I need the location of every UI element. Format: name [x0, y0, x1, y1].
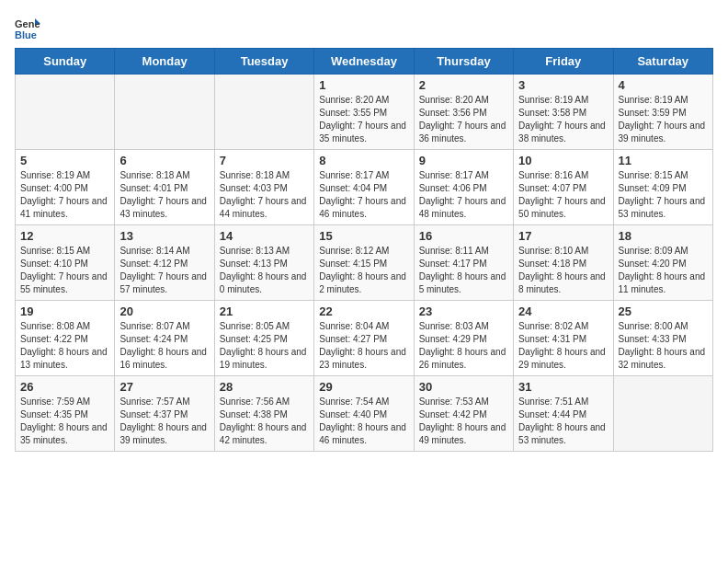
- cell-content: Sunrise: 8:16 AM Sunset: 4:07 PM Dayligh…: [518, 169, 608, 221]
- calendar-cell: [613, 376, 712, 452]
- cell-content: Sunrise: 8:11 AM Sunset: 4:17 PM Dayligh…: [419, 245, 508, 296]
- day-number: 19: [20, 304, 109, 318]
- logo-icon: General Blue: [15, 15, 40, 40]
- cell-content: Sunrise: 8:05 AM Sunset: 4:25 PM Dayligh…: [220, 320, 309, 372]
- cell-content: Sunrise: 8:02 AM Sunset: 4:31 PM Dayligh…: [518, 320, 608, 372]
- calendar-cell: 22Sunrise: 8:04 AM Sunset: 4:27 PM Dayli…: [314, 301, 414, 376]
- cell-content: Sunrise: 7:53 AM Sunset: 4:42 PM Dayligh…: [419, 396, 508, 447]
- calendar-cell: 19Sunrise: 8:08 AM Sunset: 4:22 PM Dayli…: [16, 301, 115, 376]
- cell-content: Sunrise: 7:57 AM Sunset: 4:37 PM Dayligh…: [119, 396, 209, 447]
- day-number: 12: [20, 229, 109, 243]
- cell-content: Sunrise: 8:13 AM Sunset: 4:13 PM Dayligh…: [220, 245, 309, 296]
- day-number: 31: [518, 380, 608, 394]
- day-number: 29: [319, 380, 408, 394]
- day-number: 6: [119, 154, 209, 167]
- cell-content: Sunrise: 8:08 AM Sunset: 4:22 PM Dayligh…: [20, 320, 109, 372]
- day-number: 20: [119, 304, 209, 318]
- weekday-header-monday: Monday: [115, 49, 214, 75]
- calendar-cell: 30Sunrise: 7:53 AM Sunset: 4:42 PM Dayli…: [414, 376, 513, 452]
- day-number: 8: [319, 154, 408, 167]
- header: General Blue: [15, 15, 713, 40]
- day-number: 22: [319, 304, 408, 318]
- day-number: 16: [419, 229, 508, 243]
- calendar-cell: 11Sunrise: 8:15 AM Sunset: 4:09 PM Dayli…: [613, 150, 712, 225]
- cell-content: Sunrise: 8:00 AM Sunset: 4:33 PM Dayligh…: [619, 320, 708, 372]
- day-number: 7: [220, 154, 309, 167]
- calendar-cell: [214, 75, 313, 150]
- day-number: 4: [619, 78, 708, 92]
- cell-content: Sunrise: 8:12 AM Sunset: 4:15 PM Dayligh…: [319, 245, 408, 296]
- cell-content: Sunrise: 7:56 AM Sunset: 4:38 PM Dayligh…: [220, 396, 309, 447]
- weekday-header-sunday: Sunday: [16, 49, 115, 75]
- cell-content: Sunrise: 8:19 AM Sunset: 4:00 PM Dayligh…: [20, 169, 109, 221]
- day-number: 25: [619, 304, 708, 318]
- weekday-header-tuesday: Tuesday: [214, 49, 313, 75]
- calendar-cell: 12Sunrise: 8:15 AM Sunset: 4:10 PM Dayli…: [16, 225, 115, 301]
- calendar-cell: [115, 75, 214, 150]
- day-number: 30: [419, 380, 508, 394]
- cell-content: Sunrise: 8:20 AM Sunset: 3:56 PM Dayligh…: [419, 94, 508, 145]
- cell-content: Sunrise: 8:03 AM Sunset: 4:29 PM Dayligh…: [419, 320, 508, 372]
- cell-content: Sunrise: 8:17 AM Sunset: 4:06 PM Dayligh…: [419, 169, 508, 221]
- cell-content: Sunrise: 8:15 AM Sunset: 4:10 PM Dayligh…: [20, 245, 109, 296]
- logo: General Blue: [15, 15, 40, 40]
- day-number: 3: [518, 78, 608, 92]
- day-number: 13: [119, 229, 209, 243]
- cell-content: Sunrise: 8:04 AM Sunset: 4:27 PM Dayligh…: [319, 320, 408, 372]
- calendar-cell: 9Sunrise: 8:17 AM Sunset: 4:06 PM Daylig…: [414, 150, 513, 225]
- calendar-cell: 29Sunrise: 7:54 AM Sunset: 4:40 PM Dayli…: [314, 376, 414, 452]
- calendar-cell: 15Sunrise: 8:12 AM Sunset: 4:15 PM Dayli…: [314, 225, 414, 301]
- day-number: 14: [220, 229, 309, 243]
- cell-content: Sunrise: 8:20 AM Sunset: 3:55 PM Dayligh…: [319, 94, 408, 145]
- calendar-cell: 14Sunrise: 8:13 AM Sunset: 4:13 PM Dayli…: [214, 225, 313, 301]
- calendar-cell: 16Sunrise: 8:11 AM Sunset: 4:17 PM Dayli…: [414, 225, 513, 301]
- day-number: 27: [119, 380, 209, 394]
- calendar-cell: 26Sunrise: 7:59 AM Sunset: 4:35 PM Dayli…: [16, 376, 115, 452]
- cell-content: Sunrise: 7:54 AM Sunset: 4:40 PM Dayligh…: [319, 396, 408, 447]
- calendar-cell: 24Sunrise: 8:02 AM Sunset: 4:31 PM Dayli…: [514, 301, 613, 376]
- weekday-header-saturday: Saturday: [613, 49, 712, 75]
- calendar-cell: 1Sunrise: 8:20 AM Sunset: 3:55 PM Daylig…: [314, 75, 414, 150]
- cell-content: Sunrise: 8:14 AM Sunset: 4:12 PM Dayligh…: [119, 245, 209, 296]
- day-number: 18: [619, 229, 708, 243]
- day-number: 5: [20, 154, 109, 167]
- day-number: 9: [419, 154, 508, 167]
- cell-content: Sunrise: 8:17 AM Sunset: 4:04 PM Dayligh…: [319, 169, 408, 221]
- cell-content: Sunrise: 7:59 AM Sunset: 4:35 PM Dayligh…: [20, 396, 109, 447]
- cell-content: Sunrise: 8:09 AM Sunset: 4:20 PM Dayligh…: [619, 245, 708, 296]
- day-number: 10: [518, 154, 608, 167]
- calendar-cell: 4Sunrise: 8:19 AM Sunset: 3:59 PM Daylig…: [613, 75, 712, 150]
- day-number: 2: [419, 78, 508, 92]
- calendar-cell: 21Sunrise: 8:05 AM Sunset: 4:25 PM Dayli…: [214, 301, 313, 376]
- cell-content: Sunrise: 8:07 AM Sunset: 4:24 PM Dayligh…: [119, 320, 209, 372]
- cell-content: Sunrise: 8:19 AM Sunset: 3:58 PM Dayligh…: [518, 94, 608, 145]
- calendar-table: SundayMondayTuesdayWednesdayThursdayFrid…: [15, 48, 713, 452]
- calendar-cell: 20Sunrise: 8:07 AM Sunset: 4:24 PM Dayli…: [115, 301, 214, 376]
- cell-content: Sunrise: 8:15 AM Sunset: 4:09 PM Dayligh…: [619, 169, 708, 221]
- calendar-cell: 31Sunrise: 7:51 AM Sunset: 4:44 PM Dayli…: [514, 376, 613, 452]
- calendar-cell: 5Sunrise: 8:19 AM Sunset: 4:00 PM Daylig…: [16, 150, 115, 225]
- day-number: 15: [319, 229, 408, 243]
- day-number: 24: [518, 304, 608, 318]
- calendar-cell: 7Sunrise: 8:18 AM Sunset: 4:03 PM Daylig…: [214, 150, 313, 225]
- weekday-header-wednesday: Wednesday: [314, 49, 414, 75]
- calendar-cell: 17Sunrise: 8:10 AM Sunset: 4:18 PM Dayli…: [514, 225, 613, 301]
- calendar-cell: 23Sunrise: 8:03 AM Sunset: 4:29 PM Dayli…: [414, 301, 513, 376]
- calendar-cell: 8Sunrise: 8:17 AM Sunset: 4:04 PM Daylig…: [314, 150, 414, 225]
- calendar-cell: 28Sunrise: 7:56 AM Sunset: 4:38 PM Dayli…: [214, 376, 313, 452]
- day-number: 11: [619, 154, 708, 167]
- day-number: 26: [20, 380, 109, 394]
- calendar-cell: 6Sunrise: 8:18 AM Sunset: 4:01 PM Daylig…: [115, 150, 214, 225]
- day-number: 23: [419, 304, 508, 318]
- cell-content: Sunrise: 8:19 AM Sunset: 3:59 PM Dayligh…: [619, 94, 708, 145]
- calendar-cell: 2Sunrise: 8:20 AM Sunset: 3:56 PM Daylig…: [414, 75, 513, 150]
- cell-content: Sunrise: 7:51 AM Sunset: 4:44 PM Dayligh…: [518, 396, 608, 447]
- day-number: 1: [319, 78, 408, 92]
- calendar-cell: 27Sunrise: 7:57 AM Sunset: 4:37 PM Dayli…: [115, 376, 214, 452]
- weekday-header-thursday: Thursday: [414, 49, 513, 75]
- calendar-cell: 13Sunrise: 8:14 AM Sunset: 4:12 PM Dayli…: [115, 225, 214, 301]
- day-number: 28: [220, 380, 309, 394]
- calendar-cell: 3Sunrise: 8:19 AM Sunset: 3:58 PM Daylig…: [514, 75, 613, 150]
- day-number: 17: [518, 229, 608, 243]
- svg-text:Blue: Blue: [15, 29, 37, 40]
